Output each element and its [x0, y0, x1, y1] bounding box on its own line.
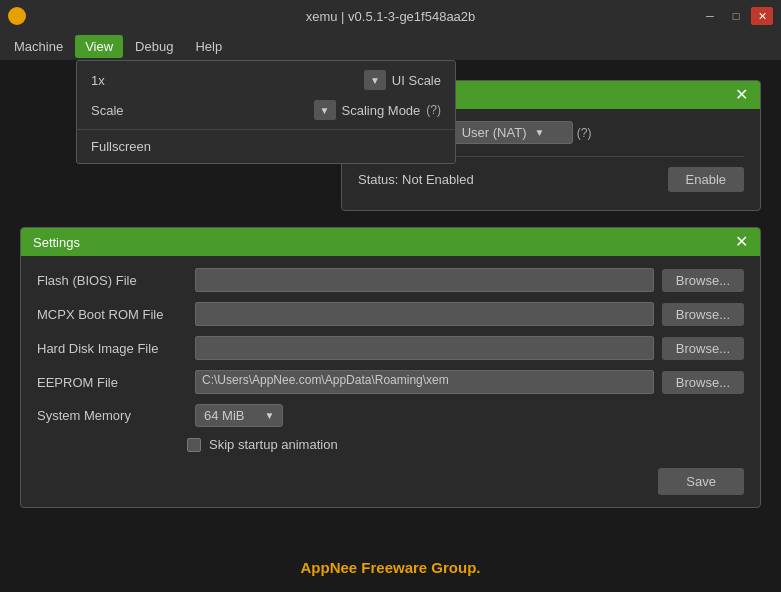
hdd-browse-button[interactable]: Browse...	[662, 337, 744, 360]
scaling-mode-arrow[interactable]: ▼	[314, 100, 336, 120]
mcpx-label: MCPX Boot ROM File	[37, 307, 187, 322]
memory-arrow-icon: ▼	[264, 410, 274, 421]
hdd-label: Hard Disk Image File	[37, 341, 187, 356]
window-title: xemu | v0.5.1-3-ge1f548aa2b	[306, 9, 476, 24]
ui-scale-label: UI Scale	[392, 73, 441, 88]
settings-title: Settings	[33, 235, 80, 250]
flash-bios-label: Flash (BIOS) File	[37, 273, 187, 288]
menu-view[interactable]: View	[75, 35, 123, 58]
eeprom-row: EEPROM File C:\Users\AppNee.com\AppData\…	[37, 370, 744, 394]
flash-bios-browse-button[interactable]: Browse...	[662, 269, 744, 292]
attached-to-select-container: User (NAT) ▼ (?)	[453, 121, 592, 144]
ui-scale-right: ▼ UI Scale	[364, 70, 441, 90]
branding-text: AppNee Freeware Group.	[300, 559, 480, 576]
settings-panel-body: Flash (BIOS) File Browse... MCPX Boot RO…	[21, 256, 760, 507]
scaling-mode-label: Scaling Mode	[342, 103, 421, 118]
view-dropdown: 1x ▼ UI Scale Scale ▼ Scaling Mode (?) F…	[76, 60, 456, 164]
skip-animation-row: Skip startup animation	[187, 437, 744, 452]
eeprom-browse-button[interactable]: Browse...	[662, 371, 744, 394]
minimize-button[interactable]: ─	[699, 7, 721, 25]
memory-value: 64 MiB	[204, 408, 244, 423]
memory-label: System Memory	[37, 408, 187, 423]
maximize-button[interactable]: □	[725, 7, 747, 25]
scaling-mode-right: ▼ Scaling Mode (?)	[314, 100, 441, 120]
memory-select[interactable]: 64 MiB ▼	[195, 404, 283, 427]
save-button[interactable]: Save	[658, 468, 744, 495]
flash-bios-row: Flash (BIOS) File Browse...	[37, 268, 744, 292]
hdd-input[interactable]	[195, 336, 654, 360]
settings-footer: Save	[37, 464, 744, 495]
network-status-label: Status: Not Enabled	[358, 172, 474, 187]
settings-panel-header: Settings ✕	[21, 228, 760, 256]
enable-button[interactable]: Enable	[668, 167, 744, 192]
window-controls: ─ □ ✕	[699, 7, 773, 25]
attached-to-select[interactable]: User (NAT) ▼	[453, 121, 573, 144]
attached-to-arrow-icon: ▼	[534, 127, 544, 138]
hdd-row: Hard Disk Image File Browse...	[37, 336, 744, 360]
scaling-mode-help-icon[interactable]: (?)	[426, 103, 441, 117]
menu-bar: Machine View Debug Help	[0, 32, 781, 60]
menu-machine[interactable]: Machine	[4, 35, 73, 58]
menu-help[interactable]: Help	[185, 35, 232, 58]
mcpx-input[interactable]	[195, 302, 654, 326]
menu-debug[interactable]: Debug	[125, 35, 183, 58]
settings-panel: Settings ✕ Flash (BIOS) File Browse... M…	[20, 227, 761, 508]
mcpx-browse-button[interactable]: Browse...	[662, 303, 744, 326]
fullscreen-label: Fullscreen	[91, 139, 151, 154]
settings-close-button[interactable]: ✕	[735, 234, 748, 250]
ui-scale-row[interactable]: 1x ▼ UI Scale	[77, 65, 455, 95]
mcpx-row: MCPX Boot ROM File Browse...	[37, 302, 744, 326]
eeprom-label: EEPROM File	[37, 375, 187, 390]
close-button[interactable]: ✕	[751, 7, 773, 25]
flash-bios-input[interactable]	[195, 268, 654, 292]
ui-scale-arrow[interactable]: ▼	[364, 70, 386, 90]
scaling-mode-row[interactable]: Scale ▼ Scaling Mode (?)	[77, 95, 455, 125]
skip-animation-label: Skip startup animation	[209, 437, 338, 452]
network-close-button[interactable]: ✕	[735, 87, 748, 103]
attached-to-help2[interactable]: (?)	[577, 126, 592, 140]
memory-row: System Memory 64 MiB ▼	[37, 404, 744, 427]
app-icon	[8, 7, 26, 25]
title-bar: xemu | v0.5.1-3-ge1f548aa2b ─ □ ✕	[0, 0, 781, 32]
fullscreen-row[interactable]: Fullscreen	[77, 134, 455, 159]
scale-left-label: Scale	[91, 103, 124, 118]
skip-animation-checkbox[interactable]	[187, 438, 201, 452]
svg-point-0	[12, 11, 22, 21]
eeprom-input[interactable]: C:\Users\AppNee.com\AppData\Roaming\xem	[195, 370, 654, 394]
ui-scale-left-label: 1x	[91, 73, 105, 88]
network-status-row: Status: Not Enabled Enable	[358, 161, 744, 198]
